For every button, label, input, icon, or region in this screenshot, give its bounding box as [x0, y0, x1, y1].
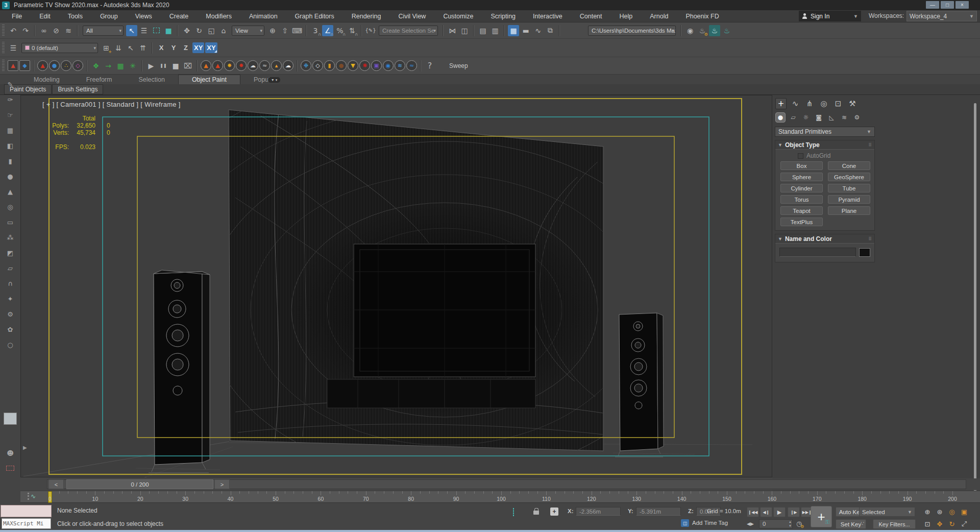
menu-content[interactable]: Content — [571, 13, 611, 20]
brush-tool-icon[interactable]: ✑ — [5, 94, 16, 105]
cylinder-button[interactable]: Cylinder — [780, 184, 823, 192]
torus-button[interactable]: Torus — [780, 195, 823, 204]
toggle-ribbon-icon[interactable]: ▬ — [520, 25, 531, 36]
select-and-manipulate-icon[interactable]: ⇧ — [279, 25, 290, 36]
select-and-rotate-icon[interactable]: ↻ — [193, 25, 205, 36]
play-button[interactable]: ▶ — [773, 507, 786, 517]
zoom-extents-icon[interactable]: ◎ — [947, 507, 957, 516]
unlink-selection-icon[interactable]: ⊘ — [51, 25, 62, 36]
angle-snap-icon[interactable]: ∠∩ — [322, 25, 333, 36]
key-filters-button[interactable]: Key Filters... — [873, 519, 916, 529]
name-and-color-rollout-header[interactable]: ▼ Name and Color ⠿ — [775, 234, 874, 244]
turbulence-icon[interactable]: ✳ — [127, 60, 138, 71]
droplet-tool-icon[interactable]: ○ — [5, 339, 16, 350]
hierarchy-tab-icon[interactable]: ⋔ — [804, 98, 815, 109]
ribbon-tab-modeling[interactable]: Modeling — [20, 75, 73, 84]
smoke-preset-icon[interactable]: ☁ — [248, 60, 258, 71]
select-objects-in-layer-icon[interactable]: ↖ — [125, 42, 136, 54]
key-filter-curve-icon[interactable]: ∵ — [861, 520, 864, 527]
fire-source-icon[interactable]: ▲ — [37, 60, 48, 71]
blood-preset-icon[interactable]: ✺ — [359, 60, 370, 71]
menu-arnold[interactable]: Arnold — [641, 13, 677, 20]
track-region-icon[interactable] — [5, 463, 16, 474]
autogrid-checkbox[interactable] — [798, 153, 803, 159]
selection-filter-dropdown[interactable]: All — [83, 26, 124, 36]
layer-dropdown[interactable]: 0 (default) — [21, 43, 98, 53]
x-axis-button[interactable]: X — [156, 42, 167, 53]
spinner-arrows-icon[interactable]: ▲▼ — [789, 520, 792, 528]
time-slider[interactable]: 0 / 200 — [66, 479, 213, 489]
keyboard-override-icon[interactable]: ⌨ — [291, 25, 303, 36]
pan-icon[interactable]: ✥ — [935, 519, 945, 528]
go-to-start-button[interactable]: ❙◀◀ — [747, 507, 759, 517]
set-current-layer-icon[interactable]: ⇈ — [137, 42, 149, 54]
key-mode-dropdown[interactable]: Selected▼ — [859, 507, 915, 517]
add-time-tag[interactable]: Add Time Tag — [692, 520, 728, 526]
previous-frame-arrow[interactable]: < — [48, 479, 64, 489]
viewport-layout-tabs-icon[interactable]: ▦ — [508, 25, 519, 36]
pencil-tool-icon[interactable]: ✎ — [5, 79, 16, 90]
bonfire-preset-icon[interactable]: ▲ — [212, 60, 223, 71]
plane-button[interactable]: Plane — [828, 206, 870, 215]
cameras-category-icon[interactable]: ◙ — [814, 112, 824, 123]
follow-path-icon[interactable]: → — [103, 60, 114, 71]
menu-group[interactable]: Group — [91, 13, 127, 20]
start-simulation-icon[interactable]: ▶ — [145, 60, 157, 71]
xy-plane-button[interactable]: XY — [192, 42, 204, 53]
percent-snap-icon[interactable]: %∩ — [334, 25, 346, 36]
close-button[interactable]: × — [955, 1, 969, 9]
liquid-source-icon[interactable]: ● — [49, 60, 60, 71]
tube-button[interactable]: Tube — [828, 184, 870, 192]
render-production-icon[interactable]: ♨ — [721, 25, 732, 36]
select-object-icon[interactable]: ↖ — [126, 25, 137, 36]
torus-tool-icon[interactable]: ◎ — [5, 201, 16, 212]
candle-preset-icon[interactable]: ▴ — [271, 60, 282, 71]
create-tab-icon[interactable]: + — [775, 98, 787, 109]
ribbon-minimize-dropdown[interactable]: ▼▾ — [268, 77, 280, 83]
maximize-button[interactable]: □ — [941, 1, 954, 9]
voxel-tuner-icon[interactable]: ▦ — [115, 60, 126, 71]
y-axis-button[interactable]: Y — [168, 42, 179, 53]
maximize-viewport-icon[interactable]: ⤢ — [959, 519, 969, 528]
edit-named-selection-sets-icon[interactable]: {✎} — [365, 25, 376, 36]
menu-file[interactable]: File — [3, 13, 31, 20]
y-coordinate-field[interactable]: -5.391m — [636, 507, 681, 516]
cone-tool-icon[interactable]: ▲ — [5, 186, 16, 197]
flower-tool-icon[interactable]: ✿ — [5, 324, 16, 335]
pyramid-button[interactable]: Pyramid — [828, 195, 870, 204]
liquid-tank-preset-icon[interactable]: ▣ — [371, 60, 382, 71]
honey-preset-icon[interactable]: ▼ — [348, 60, 358, 71]
utilities-tab-icon[interactable]: ⚒ — [847, 98, 858, 109]
render-setup-icon[interactable]: ♨⚙ — [697, 25, 708, 36]
waterfall-preset-icon[interactable]: ≋ — [395, 60, 405, 71]
space-warps-category-icon[interactable]: ≋ — [839, 112, 849, 123]
menu-customize[interactable]: Customize — [434, 13, 482, 20]
project-folder-dropdown[interactable]: C:\Users\hp\Documents\3ds Max 2020 — [588, 26, 676, 36]
menu-tools[interactable]: Tools — [59, 13, 91, 20]
prt-volume-icon[interactable]: ◇ — [72, 60, 83, 71]
schematic-view-icon[interactable]: ⧉ — [545, 25, 556, 36]
box-button[interactable]: Box — [780, 161, 823, 170]
menu-modifiers[interactable]: Modifiers — [197, 13, 240, 20]
sphere-tool-icon[interactable]: ● — [5, 171, 16, 182]
rendered-frame-window-icon[interactable]: ♨ — [709, 25, 720, 36]
menu-views[interactable]: Views — [127, 13, 161, 20]
sign-in-button[interactable]: Sign In ▼ — [799, 11, 861, 21]
named-selection-sets-dropdown[interactable]: Create Selection Se — [379, 26, 438, 36]
hand-tool-icon[interactable]: ☞ — [5, 109, 16, 120]
selection-region-icon[interactable] — [513, 509, 514, 516]
zoom-all-icon[interactable]: ⊛ — [935, 507, 945, 516]
cigarette-smoke-preset-icon[interactable]: ≈ — [259, 60, 270, 71]
viewport-label[interactable]: [ + ] [ Camera001 ] [ Standard ] [ Wiref… — [42, 101, 181, 108]
ribbon-panel-brush-settings[interactable]: Brush Settings — [52, 84, 103, 94]
rectangular-selection-region-icon[interactable] — [151, 25, 162, 36]
window-crossing-icon[interactable]: ■ — [163, 25, 174, 36]
lights-category-icon[interactable]: ☼ — [801, 112, 811, 123]
spinner-snap-icon[interactable]: ⇅∩ — [347, 25, 358, 36]
use-pivot-point-icon[interactable]: ⊕ — [267, 25, 278, 36]
textplus-button[interactable]: TextPlus — [780, 217, 823, 226]
create-new-layer-icon[interactable]: ⊞+ — [101, 42, 112, 54]
menu-scripting[interactable]: Scripting — [482, 13, 524, 20]
3ds-max-logo-icon[interactable]: 3 — [2, 2, 10, 9]
ice-preset-icon[interactable]: ◇ — [312, 60, 323, 71]
